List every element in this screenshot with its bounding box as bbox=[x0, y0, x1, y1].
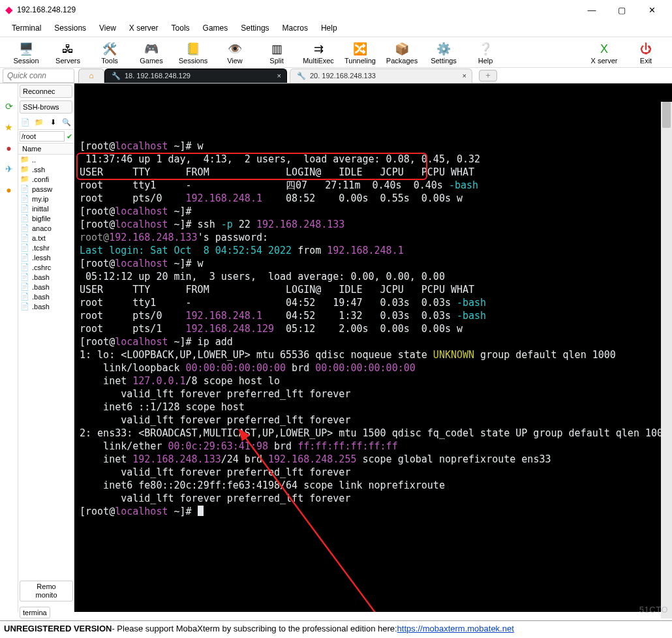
menu-macros[interactable]: Macros bbox=[276, 21, 314, 35]
file-row[interactable]: 📄.bash bbox=[18, 301, 74, 311]
new-tab-button[interactable]: ＋ bbox=[479, 70, 497, 82]
file-icon: 📁 bbox=[20, 175, 29, 183]
toolbar-tunneling[interactable]: 🔀Tunneling bbox=[339, 40, 381, 66]
terminal-line: Last login: Sat Oct 8 04:52:54 2022 from… bbox=[80, 244, 667, 257]
file-name: .cshrc bbox=[32, 264, 51, 271]
menu-sessions[interactable]: Sessions bbox=[48, 21, 93, 35]
toolbar-packages[interactable]: 📦Packages bbox=[381, 40, 423, 66]
toolbar-games[interactable]: 🎮Games bbox=[130, 40, 172, 66]
file-header-name[interactable]: Name bbox=[18, 144, 74, 155]
multiexec-label: MultiExec bbox=[303, 57, 334, 65]
file-icon: 📄 bbox=[20, 273, 29, 281]
file-row[interactable]: 📄.lessh bbox=[18, 252, 74, 262]
toolbar-help[interactable]: ❔Help bbox=[465, 40, 506, 66]
file-row[interactable]: 📄.tcshr bbox=[18, 243, 74, 252]
file-row[interactable]: 📄bigfile bbox=[18, 213, 74, 223]
file-row[interactable]: 📄my.ip bbox=[18, 194, 74, 204]
file-list[interactable]: 📁..📁.ssh📁.confi📄passw📄my.ip📄inittal📄bigf… bbox=[18, 155, 74, 612]
quick-connect-input[interactable] bbox=[3, 68, 74, 83]
tab-label: 20. 192.168.248.133 bbox=[310, 72, 376, 80]
session-tab-1[interactable]: 🔧20. 192.168.248.133× bbox=[290, 68, 472, 83]
terminal[interactable]: [root@localhost ~]# w 11:37:46 up 1 day,… bbox=[74, 84, 672, 612]
side-favorites-icon[interactable]: ★ bbox=[2, 120, 16, 134]
file-row[interactable]: 📄inittal bbox=[18, 204, 74, 213]
sessions-list-icon: 📒 bbox=[184, 41, 202, 57]
file-row[interactable]: 📁.ssh bbox=[18, 164, 74, 174]
terminal-line: root@192.168.248.133's password: bbox=[80, 231, 667, 244]
terminal-line: root pts/1 192.168.248.129 05:12 2.00s 0… bbox=[80, 322, 667, 335]
toolbar-sessions-list[interactable]: 📒Sessions bbox=[172, 40, 214, 66]
menu-tools[interactable]: Tools bbox=[165, 21, 196, 35]
file-row[interactable]: 📄passw bbox=[18, 184, 74, 194]
sftp-path-input[interactable] bbox=[20, 131, 65, 142]
toolbar-split[interactable]: ▥Split bbox=[256, 40, 298, 66]
terminal-line: root tty1 - 四07 27:11m 0.40s 0.40s -bash bbox=[80, 179, 667, 192]
file-name: my.ip bbox=[32, 195, 48, 203]
menu-terminal[interactable]: Terminal bbox=[5, 21, 48, 35]
sftp-tool-3[interactable]: 🔍 bbox=[61, 116, 72, 128]
vertical-scrollbar[interactable] bbox=[661, 102, 672, 618]
tab-close-icon[interactable]: × bbox=[277, 72, 281, 80]
side-icon-column: ⟳★●✈● bbox=[0, 84, 18, 612]
watermark: 51CTO bbox=[639, 605, 668, 615]
file-icon: 📄 bbox=[20, 234, 29, 242]
terminal-line: valid_lft forever preferred_lft forever bbox=[80, 387, 667, 401]
toolbar-exit[interactable]: ⏻Exit bbox=[625, 40, 667, 66]
toolbar-view[interactable]: 👁️View bbox=[214, 40, 256, 66]
file-icon: 📄 bbox=[20, 185, 29, 193]
file-row[interactable]: 📄a.txt bbox=[18, 233, 74, 243]
scrollbar-thumb[interactable] bbox=[662, 102, 671, 128]
file-name: .bash bbox=[32, 283, 50, 291]
toolbar-multiexec[interactable]: ⇉MultiExec bbox=[298, 40, 339, 66]
minimize-button[interactable]: — bbox=[577, 0, 607, 20]
menu-view[interactable]: View bbox=[93, 21, 123, 35]
terminal-button[interactable]: termina bbox=[20, 607, 50, 618]
side-macro-dot-icon[interactable]: ● bbox=[2, 141, 16, 155]
status-link[interactable]: https://mobaxterm.mobatek.net bbox=[397, 624, 514, 633]
sftp-tool-2[interactable]: ⬇ bbox=[47, 116, 59, 128]
file-row[interactable]: 📄anaco bbox=[18, 223, 74, 233]
file-row[interactable]: 📄.cshrc bbox=[18, 262, 74, 272]
menu-help[interactable]: Help bbox=[314, 21, 344, 35]
terminal-line: [root@localhost ~]# bbox=[80, 505, 667, 518]
file-name: .bash bbox=[32, 293, 50, 301]
remote-monitor-button[interactable]: Remo monito bbox=[20, 581, 73, 601]
toolbar-session[interactable]: 🖥️Session bbox=[5, 40, 47, 66]
sftp-toolbar: 📄📁⬇🔍 bbox=[18, 115, 74, 130]
cursor bbox=[198, 506, 204, 516]
sftp-tool-1[interactable]: 📁 bbox=[33, 116, 45, 128]
file-name: .tcshr bbox=[32, 244, 50, 252]
terminal-line: valid_lft forever preferred_lft forever bbox=[80, 492, 667, 505]
tab-label: 18. 192.168.248.129 bbox=[125, 72, 191, 80]
tab-close-icon[interactable]: × bbox=[463, 72, 466, 80]
side-send-icon[interactable]: ✈ bbox=[2, 162, 16, 176]
terminal-line: [root@localhost ~]# bbox=[80, 205, 667, 218]
file-row[interactable]: 📄.bash bbox=[18, 292, 74, 301]
toolbar-tools[interactable]: 🛠️Tools bbox=[89, 40, 130, 66]
games-label: Games bbox=[140, 57, 162, 65]
file-row[interactable]: 📄.bash bbox=[18, 272, 74, 282]
session-tab-0[interactable]: 🔧18. 192.168.248.129× bbox=[104, 68, 287, 83]
tab-icon: 🔧 bbox=[112, 72, 121, 80]
sftp-tool-0[interactable]: 📄 bbox=[20, 116, 31, 128]
toolbar-settings[interactable]: ⚙️Settings bbox=[423, 40, 465, 66]
side-reconnect-icon[interactable]: ⟳ bbox=[2, 99, 16, 114]
window-title: 192.168.248.129 bbox=[17, 5, 76, 14]
file-row[interactable]: 📁.confi bbox=[18, 174, 74, 184]
tools-icon: 🛠️ bbox=[100, 41, 119, 57]
menu-x-server[interactable]: X server bbox=[123, 21, 165, 35]
terminal-line: 11:37:46 up 1 day, 4:13, 2 users, load a… bbox=[80, 153, 667, 166]
toolbar-servers[interactable]: 🖧Servers bbox=[47, 40, 89, 66]
file-icon: 📄 bbox=[20, 194, 29, 203]
close-button[interactable]: ✕ bbox=[637, 0, 667, 20]
toolbar-xserver[interactable]: XX server bbox=[583, 40, 625, 66]
file-row[interactable]: 📄.bash bbox=[18, 282, 74, 292]
menu-games[interactable]: Games bbox=[196, 21, 235, 35]
maximize-button[interactable]: ▢ bbox=[607, 0, 637, 20]
view-icon: 👁️ bbox=[226, 41, 244, 57]
home-tab[interactable]: ⌂ bbox=[78, 68, 104, 83]
menu-settings[interactable]: Settings bbox=[234, 21, 275, 35]
side-record-icon[interactable]: ● bbox=[2, 183, 16, 197]
file-row[interactable]: 📁.. bbox=[18, 155, 74, 164]
terminal-line: [root@localhost ~]# w bbox=[80, 140, 667, 153]
